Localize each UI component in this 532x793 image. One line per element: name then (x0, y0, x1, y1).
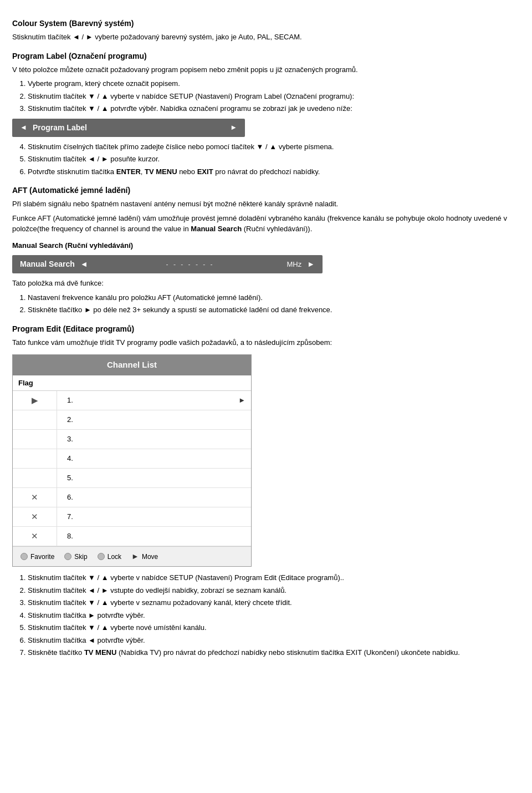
step6-exit: EXIT (197, 167, 213, 176)
list-item: Stisknutím tlačítka ► potvrďte výběr. (28, 610, 520, 621)
list-item: Stiskněte tlačítko ► po déle než 3+ seku… (28, 304, 520, 316)
row-num: 7. (67, 511, 73, 522)
program-label-steps-after: Stisknutím číselných tlačítek přímo zade… (28, 141, 520, 177)
row-num: 8. (67, 531, 73, 542)
flag-cell: ▶ (13, 391, 57, 410)
manual-search-title: Manual Search (Ruční vyhledávání) (12, 241, 133, 250)
program-edit-steps: Stisknutím tlačítek ▼ / ▲ vyberte v nabí… (28, 572, 520, 658)
num-cell: 1. (57, 391, 238, 410)
step6-nebo: nebo (177, 167, 197, 176)
step6-comma: , (141, 167, 145, 176)
play-icon: ▶ (32, 394, 38, 407)
colour-system-title: Colour System (Barevný systém) (12, 18, 520, 29)
aft-para2-text2: (Ruční vyhledávání)). (242, 225, 312, 233)
manual-search-note: Tato položka má dvě funkce: (12, 278, 520, 289)
list-item: Stisknutím tlačítek ▼ / ▲ potvrďte výběr… (28, 103, 520, 114)
step6-tvmenu: TV MENU (145, 167, 177, 176)
list-item: Stisknutím tlačítek ▼ / ▲ vyberte v nabí… (28, 572, 520, 583)
list-item: Stisknutím číselných tlačítek přímo zade… (28, 141, 520, 152)
step6-text1: Potvrďte stisknutím tlačítka (28, 167, 116, 176)
x-icon: ✕ (31, 491, 38, 504)
list-item: Stisknutím tlačítka ◄ potvrďte výběr. (28, 635, 520, 646)
num-cell: 4. (57, 449, 251, 468)
channel-list-footer: Favorite Skip Lock ► Move (13, 546, 251, 566)
channel-list-subheader: Flag (13, 375, 251, 392)
manual-search-menu-box: Manual Search ◄ - - - - - - - MHz ► (12, 255, 323, 273)
row-num: 4. (67, 453, 73, 464)
skip-dot-icon (64, 553, 71, 560)
table-row[interactable]: ✕ 6. (13, 488, 251, 507)
table-row[interactable]: ▶ 1. ► (13, 391, 251, 410)
num-cell: 6. (57, 488, 251, 507)
list-item: Stisknutím tlačítek ▼ / ▲ vyberte nové u… (28, 622, 520, 633)
arrow-left-icon: ◄ (20, 122, 27, 133)
manual-search-steps: Nastavení frekvence kanálu pro položku A… (28, 292, 520, 316)
table-row[interactable]: 3. (13, 430, 251, 449)
flag-cell: ✕ (13, 507, 57, 526)
step7-text2: (Nabídka TV) pro návrat do předchozí nab… (116, 648, 460, 657)
footer-lock-label: Lock (108, 552, 121, 562)
manual-search-unit: MHz (287, 259, 301, 270)
footer-favorite-label: Favorite (30, 552, 54, 562)
list-item: Nastavení frekvence kanálu pro položku A… (28, 292, 520, 303)
flag-cell: ✕ (13, 527, 57, 546)
channel-list-header: Channel List (13, 355, 251, 375)
favorite-dot-icon (21, 553, 28, 560)
row-num: 6. (67, 492, 73, 503)
manual-search-label: Manual Search (20, 258, 75, 270)
program-edit-intro: Tato funkce vám umožňuje třídit TV progr… (12, 337, 520, 348)
footer-move: ► Move (131, 551, 158, 562)
list-item: Stiskněte tlačítko TV MENU (Nabídka TV) … (28, 647, 520, 658)
num-cell: 2. (57, 410, 251, 429)
program-edit-title: Program Edit (Editace programů) (12, 323, 520, 335)
x-icon: ✕ (31, 511, 38, 523)
table-row[interactable]: 2. (13, 410, 251, 430)
table-row[interactable]: ✕ 8. (13, 527, 251, 546)
list-item: Stisknutím tlačítek ◄ / ► posuňte kurzor… (28, 154, 520, 165)
flag-col-header: Flag (18, 378, 33, 389)
footer-favorite: Favorite (21, 552, 54, 562)
manual-search-section-title: Manual Search (Ruční vyhledávání) (12, 240, 520, 251)
table-row[interactable]: 4. (13, 449, 251, 469)
program-label-intro: V této položce můžete označit požadovaný… (12, 64, 520, 75)
manual-search-arrow-right-icon: ► (307, 258, 315, 270)
list-item: Vyberte program, který chcete označit po… (28, 78, 520, 89)
row-num: 1. (67, 395, 73, 406)
x-icon: ✕ (31, 530, 38, 543)
manual-search-dashes: - - - - - - - (94, 260, 287, 270)
list-item: Potvrďte stisknutím tlačítka ENTER, TV M… (28, 166, 520, 177)
row-num: 2. (67, 414, 73, 425)
step7-tvmenu: TV MENU (84, 648, 117, 657)
list-item: Stisknutím tlačítek ◄ / ► vstupte do ved… (28, 585, 520, 596)
num-cell: 8. (57, 527, 251, 546)
table-row[interactable]: 5. (13, 469, 251, 488)
flag-cell (13, 469, 57, 487)
step6-enter: ENTER (116, 167, 141, 176)
arrow-right-icon: ► (230, 122, 237, 133)
move-arrow-icon: ► (131, 551, 139, 562)
row-arrow-icon: ► (238, 395, 251, 406)
channel-list: Channel List Flag ▶ 1. ► 2. 3. 4. (12, 354, 252, 567)
program-label-title: Program Label (Označení programu) (12, 50, 520, 62)
step6-end: pro návrat do předchozí nabídky. (213, 167, 320, 176)
num-cell: 7. (57, 507, 251, 526)
num-cell: 5. (57, 469, 251, 487)
footer-skip-label: Skip (74, 552, 87, 562)
footer-skip: Skip (64, 552, 87, 562)
aft-title: AFT (Automatické jemné ladění) (12, 185, 520, 196)
footer-move-label: Move (142, 552, 158, 562)
program-label-menu-label: Program Label (33, 122, 87, 134)
flag-cell (13, 430, 57, 449)
manual-search-arrow-left-icon: ◄ (80, 258, 88, 270)
num-cell: 3. (57, 430, 251, 449)
row-num: 5. (67, 472, 73, 484)
flag-cell (13, 449, 57, 468)
step7-text1: Stiskněte tlačítko (28, 648, 84, 657)
program-label-menu-box: ◄ Program Label ► (12, 119, 245, 137)
row-num: 3. (67, 434, 73, 445)
aft-para2: Funkce AFT (Automatické jemné ladění) vá… (12, 213, 520, 235)
aft-manual-search: Manual Search (191, 225, 242, 233)
aft-para1: Při slabém signálu nebo špatném nastaven… (12, 199, 520, 210)
list-item: Stisknutím tlačítek ▼ / ▲ vyberte v nabí… (28, 91, 520, 102)
table-row[interactable]: ✕ 7. (13, 507, 251, 527)
